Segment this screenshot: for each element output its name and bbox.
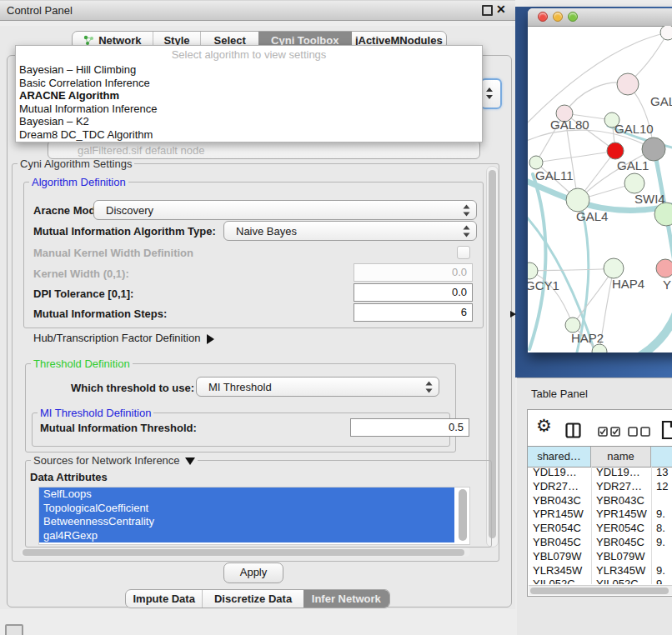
mi-steps-label: Mutual Information Steps: (33, 308, 167, 320)
file-icon[interactable] (661, 420, 672, 440)
node-label-y: Y (663, 278, 671, 292)
bottom-tabs: Impute DataDiscretize DataInfer Network (125, 589, 390, 608)
tab-infer-network[interactable]: Infer Network (303, 590, 389, 608)
network-node-gal4[interactable] (566, 188, 589, 212)
network-node[interactable] (642, 138, 665, 161)
sources-title: Sources for Network Inference (33, 454, 180, 467)
network-node-gal11[interactable] (529, 156, 543, 169)
table-cell: YBR043C (528, 494, 591, 508)
algorithm-option-mutual-information-inference[interactable]: Mutual Information Inference (16, 102, 482, 116)
mi-algorithm-type-combo[interactable]: Naive Bayes (223, 221, 477, 241)
table-horizontal-scrollbar[interactable] (529, 585, 672, 595)
float-window-button[interactable] (482, 5, 493, 16)
tab-discretize-data[interactable]: Discretize Data (202, 590, 303, 608)
table-cell: YPR145W (591, 508, 651, 522)
network-node-gal1[interactable] (624, 173, 644, 193)
aracne-mode-value: Discovery (106, 204, 153, 217)
column-header-shared-[interactable]: shared… (528, 447, 591, 467)
table-cell: YER054C (528, 522, 591, 536)
network-node[interactable] (592, 344, 607, 352)
settings-horizontal-scrollbar[interactable] (20, 548, 470, 557)
apply-button[interactable]: Apply (223, 562, 283, 583)
tab-label: Discretize Data (214, 592, 292, 605)
network-canvas[interactable]: GALGAL80GAL10GAL1GAL11SWI4GAL4GCY1HAP4YH… (528, 26, 672, 352)
hub-definition-label: Hub/Transcription Factor Definition (33, 332, 200, 344)
node-label-gal4: GAL4 (576, 209, 608, 223)
column-header-name[interactable]: name (591, 447, 651, 467)
select-all-checkboxes-icon[interactable] (598, 427, 621, 437)
network-node-gal[interactable] (617, 73, 639, 95)
combo-arrows-icon (463, 225, 470, 238)
network-node-y[interactable] (656, 259, 672, 278)
columns-icon[interactable] (565, 422, 581, 438)
attribute-item-topologicalcoefficient[interactable]: TopologicalCoefficient (39, 502, 454, 516)
algorithm-option-basic-correlation-inference[interactable]: Basic Correlation Inference (16, 77, 482, 90)
data-attributes-list[interactable]: SelfLoopsTopologicalCoefficientBetweenne… (38, 487, 470, 545)
table-cell: YER054C (591, 522, 651, 536)
table-cell: 12 (651, 480, 672, 494)
deselect-all-checkboxes-icon[interactable] (628, 427, 651, 437)
node-label-hap4: HAP4 (612, 277, 644, 291)
column-separator (651, 466, 652, 584)
dpi-tolerance-field[interactable]: 0.0 (354, 283, 473, 302)
which-threshold-combo[interactable]: MI Threshold (196, 377, 439, 397)
panel-corner-button[interactable] (5, 624, 23, 635)
node-label-gcy1: GCY1 (528, 278, 559, 292)
network-window-titlebar[interactable] (528, 8, 672, 27)
node-label-gal11: GAL11 (535, 168, 574, 182)
dpi-tolerance-label: DPI Tolerance [0,1]: (33, 288, 133, 300)
table-cell: 8. (651, 522, 672, 536)
table-header-row: shared…nameA (528, 446, 672, 468)
close-window-button[interactable]: ✕ (496, 2, 506, 16)
hub-definition-expander[interactable]: Hub/Transcription Factor Definition (33, 332, 214, 344)
network-node[interactable] (660, 26, 672, 40)
network-node-hap4[interactable] (604, 258, 624, 278)
table-cell: YDR27… (591, 480, 651, 494)
data-table-combo-value: galFiltered.sif default node (78, 144, 204, 157)
data-attributes-label: Data Attributes (30, 471, 108, 483)
data-table-combo[interactable]: galFiltered.sif default node (48, 140, 480, 159)
attributes-scrollbar-thumb[interactable] (459, 489, 467, 541)
algorithm-option-bayesian-k2[interactable]: Bayesian – K2 (16, 115, 482, 128)
inference-algorithm-combo-spinner[interactable] (480, 78, 502, 109)
table-scrollbar-thumb[interactable] (530, 588, 669, 594)
table-cell: YBR043C (591, 494, 651, 508)
algorithm-option-dream8-dc-tdc-algorithm[interactable]: Dream8 DC_TDC Algorithm (16, 128, 482, 142)
data-attributes-items: SelfLoopsTopologicalCoefficientBetweenne… (39, 488, 469, 542)
minimize-traffic-light[interactable] (553, 12, 563, 22)
aracne-mode-combo[interactable]: Discovery (93, 200, 477, 220)
table-cell: 9. (651, 564, 672, 578)
column-separator (591, 466, 592, 584)
table-cell: YBL079W (528, 550, 591, 564)
algorithm-option-aracne-algorithm[interactable]: ARACNE Algorithm (16, 89, 482, 102)
table-cell: 9. (651, 578, 672, 584)
column-header-a[interactable]: A (651, 447, 672, 467)
horizontal-scrollbar-thumb[interactable] (23, 549, 464, 556)
close-traffic-light[interactable] (538, 12, 548, 22)
network-node-gcy1[interactable] (528, 262, 538, 279)
tab-impute-data[interactable]: Impute Data (126, 590, 202, 608)
manual-kernel-label: Manual Kernel Width Definition (33, 247, 193, 259)
kernel-width-field[interactable]: 0.0 (354, 263, 473, 282)
mi-steps-field[interactable]: 6 (354, 303, 473, 322)
node-table-widget: ⚙ shared…nameA YDL19…YDL19…13YDR27…YDR27… (527, 409, 672, 597)
attribute-item-gal4rgexp[interactable]: gal4RGexp (39, 529, 454, 543)
manual-kernel-checkbox[interactable] (457, 246, 470, 259)
mi-threshold-field[interactable]: 0.5 (350, 418, 469, 437)
algorithm-option-bayesian-hill-climbing[interactable]: Bayesian – Hill Climbing (16, 63, 482, 77)
network-node[interactable] (607, 142, 624, 159)
combo-arrows-icon (425, 381, 433, 393)
sources-collapser[interactable]: Sources for Network Inference (31, 454, 198, 467)
table-cell: YLR345W (591, 564, 651, 578)
threshold-definition-title: Threshold Definition (31, 358, 133, 370)
node-label-hap2: HAP2 (571, 331, 604, 345)
attribute-item-betweennesscentrality[interactable]: BetweennessCentrality (39, 515, 454, 529)
network-view-window[interactable]: GALGAL80GAL10GAL1GAL11SWI4GAL4GCY1HAP4YH… (528, 8, 672, 352)
control-panel-titlebar[interactable]: Control Panel ✕ (0, 0, 515, 21)
zoom-traffic-light[interactable] (568, 12, 578, 22)
application-root: Control Panel ✕ NetworkStyleSelectCyni T… (0, 0, 672, 635)
settings-gear-icon[interactable]: ⚙ (536, 416, 552, 436)
attribute-item-selfloops[interactable]: SelfLoops (39, 488, 454, 502)
table-cell: YDL19… (591, 466, 651, 480)
table-cell: YIL052C (528, 578, 591, 584)
